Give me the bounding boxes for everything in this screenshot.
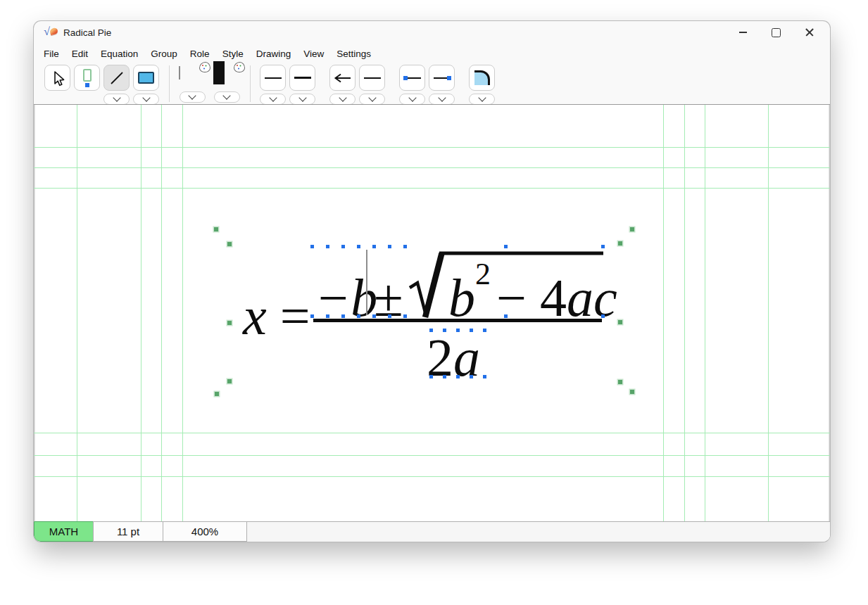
endpoint-end-button[interactable] [429,65,455,91]
selection-dot [326,245,329,248]
toolbar-divider [250,65,251,102]
app-window: √ Radical Pie FileEditEquationGroupRoleS… [34,21,830,542]
line-tool-dropdown[interactable] [103,94,130,105]
pie-slice-icon [49,27,58,34]
selection-handle[interactable] [618,380,622,384]
border-color-dropdown[interactable] [214,91,240,103]
status-bar: MATH 11 pt 400% [34,521,830,542]
line-width-medium-dropdown[interactable] [289,94,315,105]
toolcol-corner [469,65,495,105]
titlebar[interactable]: √ Radical Pie [34,21,830,44]
line-width-thin-button[interactable] [260,65,286,91]
selection-handle[interactable] [227,379,232,383]
endpoint-left-icon [403,75,422,81]
fill-color-dropdown[interactable] [180,91,206,103]
arrow-end-dropdown[interactable] [359,94,385,105]
endpoint-right-icon [433,75,451,81]
corner-style-dropdown[interactable] [469,94,495,105]
selection-handle[interactable] [227,321,232,325]
guide-line-horizontal [34,455,830,456]
selection-dot [504,314,508,318]
mode-indicator[interactable]: MATH [34,521,94,542]
editor-canvas[interactable]: x = −b ± b2 − 4ac 2a [34,104,830,523]
minimize-button[interactable] [727,21,760,44]
chevron-down-icon [188,91,196,99]
selection-dot [372,245,376,248]
menu-item-edit[interactable]: Edit [65,46,94,62]
toolbar [34,63,830,104]
selection-dot [443,375,446,378]
app-icon: √ [44,27,57,39]
selection-handle[interactable] [618,241,622,246]
slot-tool-button[interactable] [74,65,100,91]
menu-item-equation[interactable]: Equation [94,46,144,62]
selection-dot [429,329,433,332]
arrow-start-dropdown[interactable] [329,94,356,105]
zoom-indicator[interactable]: 400% [163,521,247,542]
border-color-swatch-icon [213,61,225,84]
corner-style-button[interactable] [469,65,495,91]
toolcol-arrow-start [329,65,356,105]
select-tool-button[interactable] [44,65,70,91]
toolcol-line [103,65,130,105]
menu-item-settings[interactable]: Settings [330,46,377,62]
endpoint-start-dropdown[interactable] [399,94,425,105]
selection-handle[interactable] [630,390,634,394]
toolcol-endpoint-start [399,65,425,105]
endpoint-start-button[interactable] [399,65,425,91]
text-cursor [366,250,367,315]
font-size-indicator[interactable]: 11 pt [93,521,163,542]
selection-dot [483,329,486,332]
selection-handle[interactable] [618,320,622,324]
border-color-button[interactable] [213,67,240,89]
status-bar-filler [247,521,830,542]
toolbar-divider [169,65,170,102]
chevron-down-icon [368,94,376,101]
menu-item-drawing[interactable]: Drawing [250,46,298,62]
arrow-end-button[interactable] [359,65,385,91]
menu-item-group[interactable]: Group [144,46,184,62]
line-width-medium-button[interactable] [289,65,315,91]
left-arrow-icon [334,72,352,84]
plain-line-icon [364,77,381,79]
selection-dot [456,329,460,332]
close-button[interactable] [793,21,826,44]
chevron-down-icon [142,94,150,101]
rect-tool-button[interactable] [133,65,159,91]
endpoint-end-dropdown[interactable] [429,94,455,105]
selection-dot [504,245,508,248]
selection-dot [341,245,345,248]
selection-handle[interactable] [214,227,218,231]
arrow-start-button[interactable] [329,65,356,91]
selection-dot [456,375,460,378]
guide-line-horizontal [34,147,830,148]
toolcol-endpoint-end [429,65,455,105]
guide-line-horizontal [34,188,830,189]
selection-dot [310,314,314,318]
eq-equals: = [280,286,310,345]
chevron-down-icon [408,94,416,101]
toolcol-slot [74,65,100,91]
eq-minus-4ac: − 4ac [496,271,617,324]
menu-item-style[interactable]: Style [216,46,250,62]
selection-handle[interactable] [227,242,232,246]
toolcol-fill-color [179,65,206,103]
fill-color-swatch-icon [179,66,180,79]
fraction-bar [313,319,602,322]
selection-dot [310,245,314,248]
selection-handle[interactable] [630,227,634,231]
rect-tool-dropdown[interactable] [133,94,159,105]
fill-color-button[interactable] [179,67,206,89]
line-width-thin-dropdown[interactable] [260,94,286,105]
selection-dot [357,245,360,248]
maximize-button[interactable] [760,21,793,44]
chevron-down-icon [298,94,306,101]
menu-item-file[interactable]: File [37,46,65,62]
selection-handle[interactable] [215,392,219,396]
window-title: Radical Pie [63,27,111,38]
selection-dot [388,314,391,318]
menu-item-view[interactable]: View [297,46,330,62]
selection-dot [372,314,376,318]
line-tool-button[interactable] [103,65,130,91]
menu-item-role[interactable]: Role [184,46,216,62]
